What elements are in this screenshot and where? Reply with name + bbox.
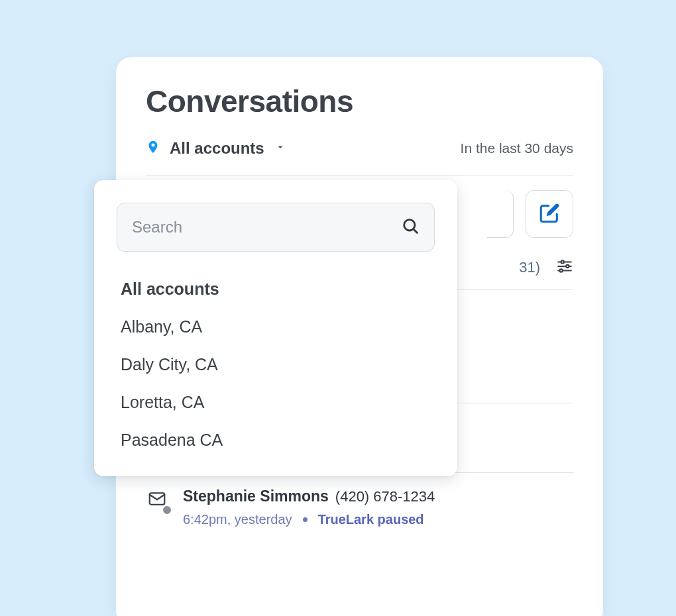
- conversation-header: Stephanie Simmons (420) 678-1234: [183, 488, 573, 505]
- dropdown-option[interactable]: Pasadena CA: [117, 421, 435, 459]
- conversation-phone: (420) 678-1234: [335, 488, 435, 505]
- time-filter-label[interactable]: In the last 30 days: [461, 140, 573, 156]
- account-dropdown-label: All accounts: [170, 139, 264, 158]
- page-title: Conversations: [146, 83, 573, 119]
- stage: Conversations All accounts In the last 3…: [0, 0, 676, 616]
- toolbar-button-secondary[interactable]: [487, 190, 514, 238]
- dropdown-option[interactable]: Albany, CA: [117, 308, 435, 346]
- svg-point-5: [559, 269, 562, 272]
- conversation-meta: 6:42pm, yesterday TrueLark paused: [183, 512, 573, 527]
- dropdown-option[interactable]: All accounts: [117, 270, 435, 308]
- conversation-name: Stephanie Simmons: [183, 488, 329, 505]
- conversation-item[interactable]: Stephanie Simmons (420) 678-1234 6:42pm,…: [146, 472, 573, 542]
- account-dropdown-panel: All accounts Albany, CA Daly City, CA Lo…: [94, 180, 457, 476]
- search-icon: [401, 217, 420, 238]
- dropdown-option[interactable]: Loretta, CA: [117, 384, 435, 421]
- search-input[interactable]: [132, 218, 401, 236]
- dot-separator-icon: [303, 517, 308, 522]
- svg-line-8: [414, 229, 417, 232]
- filter-sliders-icon[interactable]: [556, 258, 573, 278]
- caret-down-icon: [275, 142, 286, 155]
- location-pin-icon: [146, 138, 160, 159]
- status-dot-icon: [163, 506, 171, 514]
- divider: [146, 175, 573, 176]
- conversation-status: TrueLark paused: [318, 512, 424, 527]
- dropdown-option[interactable]: Daly City, CA: [117, 346, 435, 384]
- dropdown-list: All accounts Albany, CA Daly City, CA Lo…: [117, 270, 435, 459]
- conversation-icon: [146, 489, 168, 511]
- svg-point-3: [566, 265, 569, 268]
- conversation-body: Stephanie Simmons (420) 678-1234 6:42pm,…: [183, 488, 573, 527]
- conversation-time: 6:42pm, yesterday: [183, 512, 292, 527]
- account-dropdown[interactable]: All accounts: [146, 138, 286, 159]
- compose-icon: [538, 202, 561, 227]
- tab-count-fragment[interactable]: 31): [519, 259, 540, 276]
- filter-row: All accounts In the last 30 days: [146, 138, 573, 159]
- svg-point-1: [561, 260, 564, 263]
- compose-button[interactable]: [526, 190, 573, 238]
- search-box[interactable]: [117, 203, 435, 252]
